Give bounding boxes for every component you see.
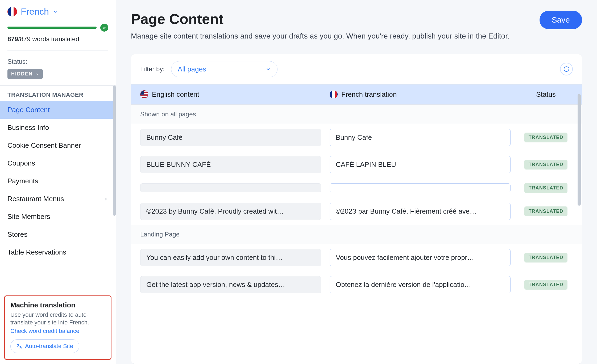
chevron-down-icon [266, 66, 271, 72]
panel-scrollbar[interactable] [578, 94, 581, 206]
filter-select[interactable]: All pages [171, 61, 277, 77]
flag-french-icon [330, 90, 338, 98]
nav-item-label: Payments [7, 177, 38, 185]
nav-section: TRANSLATION MANAGER Page ContentBusiness… [0, 85, 116, 261]
machine-translation-box: Machine translation Use your word credit… [4, 295, 111, 360]
words-translated: 879/879 words translated [7, 35, 108, 43]
nav-item[interactable]: Coupons [0, 154, 116, 172]
nav-item[interactable]: Stores [0, 226, 116, 243]
visibility-chip[interactable]: HIDDEN [7, 69, 43, 79]
translation-row: Bunny CafèBunny CaféTRANSLATED [131, 124, 582, 151]
nav-item-label: Cookie Consent Banner [7, 141, 81, 150]
nav-item[interactable]: Page Content [0, 101, 116, 119]
nav-item-label: Table Reservations [7, 248, 66, 256]
machine-title: Machine translation [10, 301, 105, 309]
chevron-down-icon [53, 9, 58, 14]
nav-heading: TRANSLATION MANAGER [0, 86, 116, 101]
words-done: 879 [7, 35, 18, 43]
translation-input[interactable]: Vous pouvez facilement ajouter votre pro… [330, 249, 511, 266]
nav-item[interactable]: Cookie Consent Banner [0, 137, 116, 154]
translation-input[interactable] [330, 183, 511, 192]
chevron-down-icon [35, 72, 39, 76]
translation-input[interactable]: CAFÉ LAPIN BLEU [330, 156, 511, 173]
translation-row: ©2023 by Bunny Cafè. Proudly created wit… [131, 198, 582, 225]
save-button-label: Save [552, 15, 570, 24]
words-total: 879 [20, 35, 31, 43]
language-name: French [21, 6, 49, 17]
col-source-label: English content [152, 90, 199, 99]
check-credit-link[interactable]: Check word credit balance [10, 328, 105, 335]
translation-row: BLUE BUNNY CAFÈCAFÉ LAPIN BLEUTRANSLATED [131, 151, 582, 178]
visibility-chip-text: HIDDEN [11, 71, 33, 77]
nav-item[interactable]: Site Members [0, 208, 116, 226]
refresh-button[interactable] [560, 63, 573, 75]
auto-translate-button[interactable]: Auto-translate Site [10, 339, 79, 353]
status-badge: TRANSLATED [524, 280, 568, 290]
main: Page Content Manage site content transla… [116, 0, 597, 364]
nav-item[interactable]: Payments [0, 172, 116, 190]
page-subtitle: Manage site content translations and sav… [131, 31, 509, 42]
source-text: BLUE BUNNY CAFÈ [140, 156, 321, 173]
nav-item-label: Coupons [7, 159, 35, 167]
app-root: French 879/879 words translated Status: … [0, 0, 597, 364]
column-header: English content French translation Statu… [131, 84, 582, 105]
page-title: Page Content [131, 11, 509, 27]
refresh-icon [563, 66, 570, 72]
section-label: Landing Page [131, 225, 582, 244]
nav-item-label: Site Members [7, 213, 50, 221]
nav-item-label: Business Info [7, 124, 49, 132]
col-status: Status [519, 90, 573, 99]
status-badge: TRANSLATED [524, 253, 568, 263]
source-text: You can easily add your own content to t… [140, 249, 321, 266]
filter-label: Filter by: [140, 65, 165, 73]
sidebar: French 879/879 words translated Status: … [0, 0, 116, 364]
machine-desc: Use your word credits to auto-translate … [10, 311, 105, 327]
translation-input[interactable]: ©2023 par Bunny Café. Fièrement créé ave… [330, 203, 511, 220]
chevron-right-icon [103, 197, 108, 201]
col-target-label: French translation [341, 90, 397, 99]
translation-input[interactable]: Bunny Café [330, 129, 511, 146]
status-badge: TRANSLATED [524, 160, 568, 170]
nav-item-label: Restaurant Menus [7, 195, 64, 203]
translation-row: You can easily add your own content to t… [131, 244, 582, 271]
col-target: French translation [330, 90, 511, 99]
source-text [140, 183, 321, 192]
source-text: ©2023 by Bunny Cafè. Proudly created wit… [140, 203, 321, 220]
col-status-label: Status [536, 90, 556, 99]
filter-row: Filter by: All pages [131, 54, 582, 84]
source-text: Bunny Cafè [140, 129, 321, 146]
flag-us-icon [140, 90, 148, 98]
translate-icon [16, 343, 22, 349]
status-label: Status: [7, 58, 108, 65]
progress-bar [7, 27, 97, 29]
translation-input[interactable]: Obtenez la dernière version de l'applica… [330, 276, 511, 293]
flag-french-icon [7, 7, 17, 16]
progress-row [7, 24, 108, 32]
sidebar-scrollbar[interactable] [113, 86, 116, 216]
content-panel: Filter by: All pages English content [131, 54, 582, 364]
status-badge: TRANSLATED [524, 133, 568, 142]
auto-translate-label: Auto-translate Site [25, 343, 73, 350]
header-row: Page Content Manage site content transla… [131, 11, 582, 42]
translation-row: TRANSLATED [131, 178, 582, 198]
status-badge: TRANSLATED [524, 183, 568, 193]
source-text: Get the latest app version, news & updat… [140, 276, 321, 293]
filter-value: All pages [178, 65, 206, 73]
nav-item-label: Page Content [7, 106, 50, 114]
translation-row: Get the latest app version, news & updat… [131, 271, 582, 298]
save-button[interactable]: Save [540, 11, 582, 29]
status-badge: TRANSLATED [524, 206, 568, 216]
col-source: English content [140, 90, 321, 99]
nav-item[interactable]: Business Info [0, 119, 116, 137]
check-circle-icon [100, 24, 108, 32]
divider [7, 50, 108, 50]
nav-item[interactable]: Table Reservations [0, 243, 116, 261]
words-suffix: words translated [31, 35, 79, 43]
language-selector[interactable]: French [7, 6, 108, 17]
section-label: Shown on all pages [131, 105, 582, 124]
nav-item-label: Stores [7, 230, 27, 239]
nav-item[interactable]: Restaurant Menus [0, 190, 116, 208]
